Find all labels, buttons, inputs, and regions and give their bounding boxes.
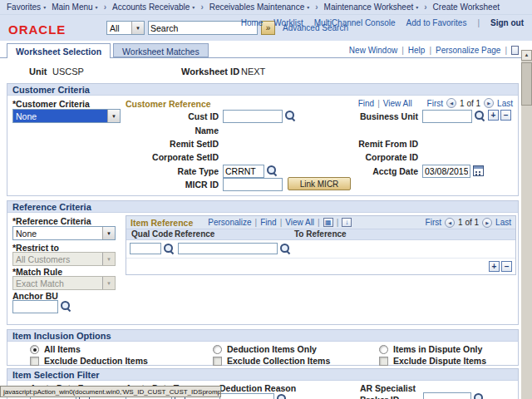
personalize-page-link[interactable]: Personalize Page xyxy=(436,46,500,55)
last-link[interactable]: Last xyxy=(495,218,511,227)
acctg-date-input[interactable] xyxy=(422,165,470,178)
cust-id-label: Cust ID xyxy=(52,111,219,121)
business-unit-input[interactable] xyxy=(422,110,472,123)
cust-id-input[interactable] xyxy=(223,110,283,123)
breadcrumb-label: Favorites xyxy=(7,2,41,12)
radio-button-selected[interactable] xyxy=(30,345,39,354)
view-all-link[interactable]: View All xyxy=(285,218,314,227)
lookup-icon[interactable] xyxy=(277,394,288,399)
lookup-icon[interactable] xyxy=(280,244,291,254)
view-all-link[interactable]: View All xyxy=(383,99,412,108)
rate-type-input[interactable] xyxy=(223,165,264,178)
micr-id-input[interactable] xyxy=(223,178,283,191)
breadcrumb-item-accounts-receivable[interactable]: Accounts Receivable ▾ xyxy=(112,2,195,12)
zoom-grid-icon[interactable]: ▦ xyxy=(323,218,333,227)
key-fields: Unit USCSP Worksheet ID NEXT xyxy=(0,66,521,78)
breadcrumb-item-receivables-maintenance[interactable]: Receivables Maintenance ▾ xyxy=(209,2,310,12)
reference-criteria-select[interactable]: None ▼ xyxy=(12,226,116,240)
section-title: Item Inclusion Options xyxy=(7,330,518,342)
checkbox-exclude-dispute-items[interactable]: Exclude Dispute Items xyxy=(379,356,486,366)
reference-input[interactable] xyxy=(178,243,278,254)
lookup-icon[interactable] xyxy=(61,301,71,312)
checkbox[interactable] xyxy=(379,357,388,366)
ar-specialist-input[interactable] xyxy=(423,392,471,399)
radio-label: All Items xyxy=(44,344,81,354)
lookup-icon[interactable] xyxy=(267,165,278,176)
personalize-link[interactable]: Personalize xyxy=(208,218,251,227)
copy-url-icon[interactable] xyxy=(511,46,519,55)
download-icon[interactable]: ↓ xyxy=(342,218,352,227)
home-link[interactable]: Home xyxy=(241,18,264,27)
breadcrumb-item-favorites[interactable]: Favorites ▾ xyxy=(7,2,46,12)
name-label: Name xyxy=(52,126,219,135)
checkbox[interactable] xyxy=(213,357,222,366)
sign-out-link[interactable]: Sign out xyxy=(490,18,524,27)
separator: | xyxy=(377,99,380,108)
breadcrumb-item-main-menu[interactable]: Main Menu ▾ xyxy=(52,2,97,12)
tab-worksheet-matches[interactable]: Worksheet Matches xyxy=(113,43,209,57)
first-link[interactable]: First xyxy=(426,218,441,227)
deduction-reason-label: Deduction Reason xyxy=(219,383,296,393)
checkbox-label: Exclude Deduction Items xyxy=(44,356,148,366)
qual-code-input[interactable] xyxy=(130,243,161,254)
separator: | xyxy=(477,18,480,27)
separator: | xyxy=(337,218,339,227)
previous-row-icon[interactable]: ◀ xyxy=(446,98,456,108)
scrollbar-thumb[interactable] xyxy=(521,62,532,106)
checkbox-exclude-collection-items[interactable]: Exclude Collection Items xyxy=(213,356,330,366)
breadcrumb-item-maintenance-worksheet[interactable]: Maintenance Worksheet ▾ xyxy=(324,2,419,12)
deduction-reason-input[interactable] xyxy=(219,393,274,399)
remit-from-id-label: Remit From ID xyxy=(293,139,418,149)
vertical-scrollbar[interactable]: ▲ xyxy=(521,50,532,399)
worksheet-id-value: NEXT xyxy=(241,66,265,76)
search-scope-select[interactable]: All ▼ xyxy=(106,21,145,35)
column-header-reference: Reference xyxy=(175,229,214,239)
grid-column-headers: Qual Code Reference To Reference xyxy=(126,229,515,240)
radio-label: Items in Dispute Only xyxy=(393,344,482,354)
checkbox[interactable] xyxy=(30,357,39,366)
radio-button[interactable] xyxy=(379,345,388,354)
previous-row-icon[interactable]: ◀ xyxy=(445,218,455,228)
add-to-favorites-link[interactable]: Add to Favorites xyxy=(406,18,467,27)
next-row-icon[interactable]: ▶ xyxy=(482,218,492,228)
status-tooltip: javascript:pAction_win0(document.win0,'W… xyxy=(0,386,221,397)
add-row-button[interactable]: + xyxy=(488,110,499,121)
radio-deduction-items-only[interactable]: Deduction Items Only xyxy=(213,344,317,354)
acctg-date-label: Acctg Date xyxy=(293,166,418,176)
oracle-logo: ORACLE xyxy=(8,22,66,37)
calendar-icon[interactable] xyxy=(473,165,484,176)
multichannel-console-link[interactable]: MultiChannel Console xyxy=(314,18,396,27)
new-window-link[interactable]: New Window xyxy=(349,46,397,55)
add-row-button[interactable]: + xyxy=(489,261,500,272)
delete-row-button[interactable]: – xyxy=(501,261,512,272)
radio-all-items[interactable]: All Items xyxy=(30,344,81,354)
delete-row-button[interactable]: – xyxy=(500,110,511,121)
find-link[interactable]: Find xyxy=(358,99,374,108)
find-link[interactable]: Find xyxy=(260,218,276,227)
next-row-icon[interactable]: ▶ xyxy=(484,98,494,108)
item-reference-grid: Item Reference Personalize | Find | View… xyxy=(126,215,516,275)
breadcrumb-label: Accounts Receivable xyxy=(112,2,190,12)
search-scope-value: All xyxy=(107,22,131,34)
breadcrumb-label: Receivables Maintenance xyxy=(209,2,305,12)
lookup-icon[interactable] xyxy=(474,393,485,399)
worklist-link[interactable]: Worklist xyxy=(273,18,303,27)
dropdown-arrow-icon[interactable]: ▼ xyxy=(102,227,115,239)
anchor-bu-input[interactable] xyxy=(12,300,58,313)
radio-items-in-dispute-only[interactable]: Items in Dispute Only xyxy=(379,344,482,354)
scroll-up-button[interactable]: ▲ xyxy=(521,50,532,61)
lookup-icon[interactable] xyxy=(164,244,175,254)
radio-button[interactable] xyxy=(213,345,222,354)
lookup-icon[interactable] xyxy=(475,111,485,121)
selected-option: None xyxy=(13,227,102,239)
tab-worksheet-selection[interactable]: Worksheet Selection xyxy=(7,43,111,58)
checkbox-exclude-deduction-items[interactable]: Exclude Deduction Items xyxy=(30,356,148,366)
customer-reference-title: Customer Reference xyxy=(126,99,211,109)
last-link[interactable]: Last xyxy=(497,99,513,108)
link-micr-button[interactable]: Link MICR xyxy=(288,177,351,190)
breadcrumb-separator: › xyxy=(104,2,106,12)
dropdown-arrow-icon[interactable]: ▼ xyxy=(131,22,144,34)
breadcrumb-label: Main Menu xyxy=(52,2,92,12)
first-link[interactable]: First xyxy=(427,99,443,108)
help-link[interactable]: Help xyxy=(408,46,426,55)
